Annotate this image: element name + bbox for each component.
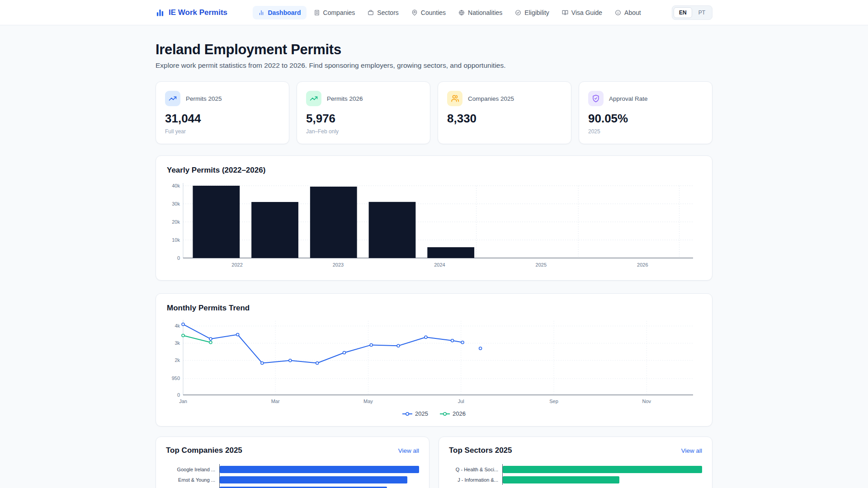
brand-name: IE Work Permits: [169, 8, 227, 17]
nav-item-visa-guide[interactable]: Visa Guide: [557, 6, 608, 19]
top-sectors-bar-chart: Q - Health & Soci...J - Information &...: [449, 464, 702, 485]
bar-track: [219, 464, 419, 474]
app-header: IE Work Permits Dashboard Companies Sect…: [0, 0, 868, 25]
svg-text:Jan: Jan: [179, 399, 187, 404]
bar: [220, 476, 407, 483]
svg-text:2023: 2023: [333, 262, 344, 267]
hero-section: Ireland Employment Permits Explore work …: [156, 25, 712, 70]
stat-note: Full year: [165, 128, 280, 135]
bar: [220, 487, 387, 488]
nav-item-dashboard[interactable]: Dashboard: [253, 6, 306, 19]
bar-track: [219, 485, 419, 488]
stat-card-approval-rate: Approval Rate 90.05% 2025: [579, 81, 712, 144]
top-companies-card: Top Companies 2025 View all Google Irela…: [156, 436, 429, 488]
globe-icon: [458, 9, 465, 16]
bar-row: [166, 485, 419, 488]
svg-text:2026: 2026: [637, 262, 648, 267]
nav-item-companies[interactable]: Companies: [308, 6, 361, 19]
stat-card-companies-2025: Companies 2025 8,330: [438, 81, 571, 144]
top-companies-bar-chart: Google Ireland ...Ernst & Young ...: [166, 464, 419, 488]
legend-line-marker-icon: [440, 412, 450, 416]
svg-text:2k: 2k: [175, 357, 180, 363]
lang-en-button[interactable]: EN: [674, 7, 692, 18]
trending-up-icon: [306, 91, 321, 106]
bottom-grid: Top Companies 2025 View all Google Irela…: [156, 436, 712, 488]
stat-value: 5,976: [306, 112, 421, 126]
monthly-trend-line-chart: 09502k3k4kJanMarMayJulSepNov: [167, 317, 702, 408]
check-circle-icon: [515, 9, 521, 16]
monthly-chart-title: Monthly Permits Trend: [167, 304, 701, 313]
stat-label: Permits 2026: [327, 95, 363, 102]
nav-label: Companies: [323, 9, 355, 16]
legend-label: 2026: [453, 410, 466, 417]
lang-pt-button[interactable]: PT: [693, 7, 711, 18]
top-companies-view-all-link[interactable]: View all: [398, 447, 419, 454]
bar-row: J - Information &...: [449, 474, 702, 485]
building-icon: [314, 9, 320, 16]
top-sectors-card: Top Sectors 2025 View all Q - Health & S…: [439, 436, 712, 488]
nav-label: Counties: [421, 9, 446, 16]
bar-chart-logo-icon: [156, 8, 165, 17]
nav-item-counties[interactable]: Counties: [406, 6, 451, 19]
book-open-icon: [562, 9, 568, 16]
page-title: Ireland Employment Permits: [156, 42, 712, 58]
legend-item-2025[interactable]: 2025: [402, 410, 428, 417]
top-sectors-view-all-link[interactable]: View all: [681, 447, 702, 454]
bar-row: Ernst & Young ...: [166, 474, 419, 485]
legend-line-marker-icon: [402, 412, 412, 416]
nav-label: Nationalities: [468, 9, 502, 16]
svg-text:4k: 4k: [175, 323, 180, 328]
svg-text:Sep: Sep: [549, 399, 558, 404]
map-pin-icon: [411, 9, 418, 16]
bar-row-label: Google Ireland ...: [166, 467, 219, 472]
stat-note: Jan–Feb only: [306, 128, 421, 135]
bar-row: Google Ireland ...: [166, 464, 419, 474]
nav-item-nationalities[interactable]: Nationalities: [453, 6, 508, 19]
stat-label: Companies 2025: [468, 95, 514, 102]
brand-logo[interactable]: IE Work Permits: [156, 8, 227, 17]
bar-track: [219, 474, 419, 485]
legend-item-2026[interactable]: 2026: [440, 410, 466, 417]
dashboard-icon: [258, 9, 264, 16]
svg-text:3k: 3k: [175, 340, 180, 346]
nav-item-eligibility[interactable]: Eligibility: [509, 6, 554, 19]
yearly-chart-title: Yearly Permits (2022–2026): [167, 166, 701, 175]
bar-track: [502, 474, 702, 485]
bar-row-label: J - Information &...: [449, 477, 502, 483]
svg-text:0: 0: [177, 392, 180, 398]
page-subtitle: Explore work permit statistics from 2022…: [156, 61, 712, 70]
nav-label: Visa Guide: [571, 9, 602, 16]
main-content: Ireland Employment Permits Explore work …: [156, 25, 712, 488]
svg-text:Mar: Mar: [271, 399, 280, 404]
nav-item-about[interactable]: About: [609, 6, 646, 19]
nav-label: About: [624, 9, 641, 16]
top-companies-title: Top Companies 2025: [166, 446, 242, 455]
nav-label: Sectors: [377, 9, 398, 16]
bar: [220, 466, 419, 473]
main-nav: Dashboard Companies Sectors Counties Nat…: [253, 6, 646, 19]
stat-note: [447, 128, 562, 135]
info-icon: [615, 9, 621, 16]
monthly-trend-card: Monthly Permits Trend 09502k3k4kJanMarMa…: [156, 293, 712, 427]
stat-label: Approval Rate: [609, 95, 648, 102]
legend-label: 2025: [415, 410, 428, 417]
nav-label: Dashboard: [268, 9, 301, 16]
nav-item-sectors[interactable]: Sectors: [362, 6, 404, 19]
svg-text:20k: 20k: [172, 219, 180, 225]
svg-text:May: May: [363, 399, 373, 404]
bar-row: Q - Health & Soci...: [449, 464, 702, 474]
bar: [503, 466, 702, 473]
briefcase-icon: [368, 9, 374, 16]
svg-text:2022: 2022: [231, 262, 242, 267]
top-sectors-title: Top Sectors 2025: [449, 446, 512, 455]
trending-up-icon: [165, 91, 180, 106]
svg-text:Nov: Nov: [642, 399, 651, 404]
bar-track: [502, 464, 702, 474]
bar-row-label: Ernst & Young ...: [166, 477, 219, 483]
stat-label: Permits 2025: [186, 95, 222, 102]
svg-text:10k: 10k: [172, 237, 180, 243]
nav-label: Eligibility: [524, 9, 549, 16]
users-icon: [447, 91, 462, 106]
svg-text:Jul: Jul: [458, 399, 464, 404]
language-switcher: EN PT: [672, 5, 712, 20]
